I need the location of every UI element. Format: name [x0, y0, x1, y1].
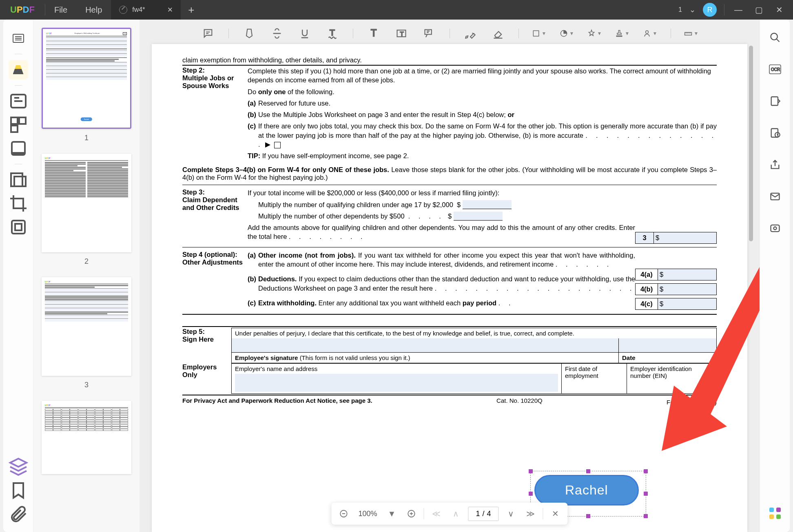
- squiggly-tool-icon[interactable]: T: [325, 26, 340, 41]
- doc-scrollbar[interactable]: [749, 46, 753, 241]
- sticker-tool-icon[interactable]: ▼: [560, 26, 574, 41]
- thumbnail-page-3[interactable]: UPDF: [42, 277, 131, 376]
- add-tab-button[interactable]: +: [188, 4, 194, 16]
- close-tab-icon[interactable]: ×: [167, 4, 173, 15]
- reader-tool-icon[interactable]: [9, 29, 28, 48]
- chevron-down-icon[interactable]: ⌄: [689, 5, 696, 14]
- svg-rect-13: [425, 30, 431, 35]
- signature-tool-icon[interactable]: ▼: [643, 26, 658, 41]
- shape-tool-icon[interactable]: ▼: [532, 26, 547, 41]
- svg-text:T: T: [400, 30, 403, 37]
- thumbnail-page-2[interactable]: UPDF: [42, 154, 131, 252]
- bookmark-icon[interactable]: [9, 481, 28, 500]
- box-4a-value[interactable]: $: [658, 269, 717, 280]
- box-3-value[interactable]: $: [654, 232, 717, 244]
- step3-amount1[interactable]: [463, 200, 512, 209]
- layers-icon[interactable]: [9, 457, 28, 477]
- cat-no: Cat. No. 10220Q: [496, 397, 543, 406]
- step5-sub: Sign Here: [182, 336, 228, 343]
- svg-rect-14: [533, 31, 538, 36]
- document-tab[interactable]: fw4* ×: [111, 0, 181, 20]
- edit-tool-icon[interactable]: [9, 91, 28, 111]
- page-indicator-box[interactable]: 1 / 4: [468, 507, 499, 521]
- share-icon[interactable]: [768, 157, 782, 172]
- stamp2-tool-icon[interactable]: ▼: [615, 26, 630, 41]
- signature-field[interactable]: [232, 338, 619, 352]
- emp-name-field[interactable]: [235, 374, 558, 392]
- step2c-checkbox[interactable]: [274, 142, 281, 148]
- save-icon[interactable]: [768, 221, 782, 236]
- last-page-button[interactable]: ≫: [523, 506, 538, 521]
- svg-rect-2: [19, 117, 26, 124]
- page-view[interactable]: claim exemption from withholding, other …: [152, 44, 747, 532]
- svg-rect-28: [771, 225, 779, 232]
- maximize-button[interactable]: ▢: [752, 5, 765, 15]
- resize-handle-tl[interactable]: [529, 469, 533, 473]
- box-3-label: 3: [635, 232, 654, 244]
- first-page-button[interactable]: ≪: [429, 506, 444, 521]
- zoom-in-button[interactable]: [404, 506, 419, 521]
- resize-handle-tc[interactable]: [586, 469, 590, 473]
- stamp-tool-icon[interactable]: ▼: [587, 26, 602, 41]
- organize-tool-icon[interactable]: [9, 115, 28, 135]
- doc-text: claim exemption from withholding, other …: [182, 56, 717, 64]
- underline-tool-icon[interactable]: [297, 26, 312, 41]
- titlebar: UPDF File Help fw4* × + 1 ⌄ R — ▢ ✕: [0, 0, 793, 20]
- pencil-tool-icon[interactable]: [463, 26, 478, 41]
- zoom-value: 100%: [356, 510, 379, 518]
- step2-sub: Multiple Jobs or Spouse Works: [182, 74, 244, 90]
- attachment-icon[interactable]: [9, 504, 28, 524]
- box-4b-value[interactable]: $: [658, 283, 717, 295]
- search-icon[interactable]: [768, 30, 782, 45]
- comment-tool-icon[interactable]: [201, 26, 215, 41]
- step2-a: (a)Reserved for future use.: [248, 99, 717, 108]
- eraser-tool-icon[interactable]: [491, 26, 505, 41]
- document-area: T T T ▼ ▼ ▼ ▼ ▼ ▼ claim exemption from w…: [140, 20, 760, 532]
- email-icon[interactable]: [768, 189, 782, 204]
- thumbnail-page-1[interactable]: UPDFEmployee's Withholding Certificate23…: [42, 28, 131, 129]
- ruler-tool-icon[interactable]: ▼: [684, 26, 699, 41]
- resize-handle-mr[interactable]: [644, 492, 648, 496]
- ocr-icon[interactable]: OCR: [768, 62, 782, 77]
- highlighter-tool-icon[interactable]: [9, 60, 28, 79]
- zoom-out-button[interactable]: [336, 506, 351, 521]
- help-menu[interactable]: Help: [76, 5, 111, 15]
- callout-tool-icon[interactable]: [422, 26, 436, 41]
- page-badge[interactable]: 1: [678, 6, 682, 13]
- date-field[interactable]: [619, 338, 717, 352]
- stamp-object[interactable]: Rachel: [534, 475, 639, 506]
- close-window-button[interactable]: ✕: [773, 5, 786, 15]
- step3-amount2[interactable]: [454, 212, 503, 221]
- minimize-button[interactable]: —: [732, 5, 745, 15]
- resize-handle-bc[interactable]: [586, 514, 590, 518]
- box-4c-value[interactable]: $: [658, 298, 717, 310]
- redact-tool-icon[interactable]: [9, 170, 28, 190]
- crop-tool-icon[interactable]: [9, 194, 28, 213]
- svg-rect-3: [11, 126, 18, 132]
- highlight-tool-icon[interactable]: [242, 26, 257, 41]
- zoom-dropdown-icon[interactable]: ▼: [385, 506, 399, 521]
- next-page-button[interactable]: ∨: [504, 506, 518, 521]
- svg-point-21: [771, 33, 777, 40]
- textbox-tool-icon[interactable]: T: [394, 26, 409, 41]
- close-nav-button[interactable]: ✕: [548, 506, 563, 521]
- text-tool-icon[interactable]: T: [366, 26, 381, 41]
- page-nav-bar: 100% ▼ ≪ ∧ 1 / 4 ∨ ≫ ✕: [331, 503, 567, 525]
- fill-tool-icon[interactable]: [9, 139, 28, 158]
- file-menu[interactable]: File: [45, 5, 76, 15]
- prev-page-button[interactable]: ∧: [449, 506, 463, 521]
- convert-icon[interactable]: [768, 94, 782, 108]
- thumb-label-1: 1: [42, 134, 131, 142]
- step4-c: (c)Extra withholding. Enter any addition…: [248, 298, 635, 307]
- apps-icon[interactable]: [768, 506, 782, 521]
- total-pages: 4: [487, 510, 491, 518]
- user-avatar[interactable]: R: [703, 3, 717, 17]
- resize-handle-tr[interactable]: [644, 469, 648, 473]
- resize-handle-ml[interactable]: [529, 492, 533, 496]
- svg-text:OCR: OCR: [771, 67, 780, 72]
- thumbnail-page-4[interactable]: UPDF: [42, 401, 131, 474]
- protect-icon[interactable]: [768, 126, 782, 140]
- strikethrough-tool-icon[interactable]: [270, 26, 284, 41]
- compress-tool-icon[interactable]: [9, 217, 28, 237]
- resize-handle-br[interactable]: [644, 514, 648, 518]
